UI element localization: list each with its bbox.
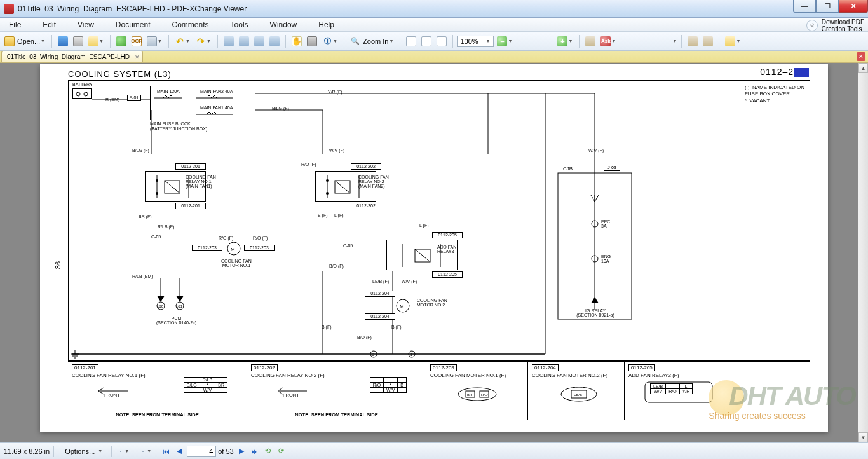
tab-bar: 01Title_03_Wiring_Diagram_ESCAPE-LHD ✕ ✕ [0,51,868,63]
prev-page-button[interactable]: ◀ [173,446,185,457]
bookmarks-button[interactable]: ▼ [116,445,134,458]
undo-icon: ↶ [175,36,185,46]
menu-document[interactable]: Document [112,19,154,31]
page-icon [406,36,416,46]
ocr-button[interactable]: OCR [130,34,144,48]
svg-point-58 [458,388,496,401]
zoom-out-button[interactable]: –▼ [495,34,515,48]
redo-button[interactable]: ↷▼ [194,34,214,48]
zoom-tool-button[interactable]: 🔍Zoom In▼ [348,34,396,48]
next-page-button[interactable]: ▶ [236,446,247,457]
callout-button[interactable]: ▼ [723,34,743,48]
menu-tools[interactable]: Tools [227,19,252,31]
snapshot-tool-button[interactable] [305,34,319,48]
select-icon: Ⓣ [322,36,332,46]
ocr-icon: OCR [132,36,142,46]
rotate-all-button[interactable] [268,34,281,48]
svg-text:BR: BR [467,393,473,397]
link-tool-button[interactable] [583,34,597,48]
menu-file[interactable]: File [5,19,25,31]
menu-view[interactable]: View [74,19,98,31]
fit-width-icon [437,36,447,46]
status-bar: 11.69 x 8.26 in Options...▼ ▼ ▼ ⏮ ◀ of 5… [0,442,868,459]
menu-edit[interactable]: Edit [39,19,60,31]
rotate-all-icon [269,36,280,46]
email-button[interactable]: ▼ [86,34,106,48]
menubar: File Edit View Document Comments Tools W… [0,18,868,32]
document-viewport[interactable]: 36 COOLING SYSTEM (L3) 0112–2 ( ): NAME … [0,63,868,442]
vertical-scrollbar[interactable]: ▲ ▼ [858,63,868,442]
svg-line-27 [165,181,180,193]
diagram-title: COOLING SYSTEM (L3) [68,69,810,79]
svg-text:1: 1 [410,353,413,357]
rotate-cw-button[interactable] [237,34,251,48]
page-navigator: ⏮ ◀ of 53 ▶ ⏭ ⟲ ⟳ [160,446,287,457]
save-button[interactable] [56,34,70,48]
pdf-page: 36 COOLING SYSTEM (L3) 0112–2 ( ): NAME … [40,64,828,432]
strike-icon [703,36,713,46]
fit-width-button[interactable] [435,34,449,48]
hand-tool-button[interactable]: ✋ [290,34,304,48]
ask-button[interactable]: Ask▼ [599,34,618,48]
rotate-page-button[interactable] [252,34,266,48]
minimize-button[interactable]: — [793,0,816,13]
document-tab[interactable]: 01Title_03_Wiring_Diagram_ESCAPE-LHD ✕ [1,51,143,62]
open-button[interactable]: Open...▼ [3,34,48,48]
redo-icon: ↷ [196,36,206,46]
zoom-in-icon: + [557,36,567,46]
diagram-frame: ( ): NAME INDICATED ON FUSE BOX COVER*: … [68,80,810,361]
rotate-cw-icon [239,36,249,46]
rotate-ccw-button[interactable] [222,34,236,48]
last-page-button[interactable]: ⏭ [249,446,261,457]
more-dropdown[interactable]: ▼ [672,39,677,43]
rotate-icon [254,36,264,46]
rotate-ccw-icon [224,36,234,46]
current-page-input[interactable] [187,446,216,457]
svg-point-35 [326,179,329,182]
scroll-down-button[interactable]: ▼ [858,432,868,442]
menu-window[interactable]: Window [266,19,301,31]
toolbar: Open...▼ ▼ OCR ▼ ↶▼ ↷▼ ✋ Ⓣ▼ 🔍Zoom In▼ 10… [0,32,868,51]
zoom-out-icon: – [497,36,507,46]
select-tool-button[interactable]: Ⓣ▼ [320,34,340,48]
download-pdf-button[interactable]: ☟ Download PDF Creation Tools [806,18,864,32]
print-icon [73,36,83,46]
svg-text:161: 161 [176,305,183,308]
tab-label: 01Title_03_Wiring_Diagram_ESCAPE-LHD [7,53,130,60]
page-dimensions: 11.69 x 8.26 in [4,448,50,455]
strike-button[interactable] [701,34,715,48]
tab-close-icon[interactable]: ✕ [135,54,140,60]
scroll-up-button[interactable]: ▲ [858,63,868,73]
first-page-button[interactable]: ⏮ [160,446,172,457]
snapshot-button[interactable]: ▼ [145,34,165,48]
page-total: of 53 [218,448,233,455]
layers-button[interactable]: ▼ [138,445,156,458]
svg-line-41 [415,249,430,262]
options-button[interactable]: Options...▼ [58,445,107,458]
menu-comments[interactable]: Comments [168,19,213,31]
zoom-in-button[interactable]: +▼ [555,34,575,48]
magnifier-icon: 🔍 [350,36,360,46]
folder-icon [4,36,15,46]
svg-line-33 [335,181,350,193]
actual-size-button[interactable] [404,34,418,48]
close-all-tabs-button[interactable]: ✕ [857,52,865,61]
ask-icon: Ask [600,36,611,46]
highlight-button[interactable] [686,34,700,48]
titlebar: 01Title_03_Wiring_Diagram_ESCAPE-LHD - P… [0,0,868,18]
fit-page-button[interactable] [419,34,433,48]
nav-forward-button[interactable]: ⟳ [276,446,287,457]
callout-icon [725,36,735,46]
menu-help[interactable]: Help [315,19,338,31]
zoom-level-input[interactable]: 100%▼ [457,36,494,47]
close-button[interactable]: ✕ [839,0,868,13]
svg-point-30 [156,192,158,195]
print-button[interactable] [71,34,85,48]
export-button[interactable] [114,34,128,48]
maximize-button[interactable]: ❐ [816,0,839,13]
svg-point-36 [326,192,329,195]
nav-back-button[interactable]: ⟲ [262,446,274,457]
undo-button[interactable]: ↶▼ [173,34,193,48]
svg-text:M: M [231,247,235,252]
diagram-code: 0112–2 [760,67,809,77]
